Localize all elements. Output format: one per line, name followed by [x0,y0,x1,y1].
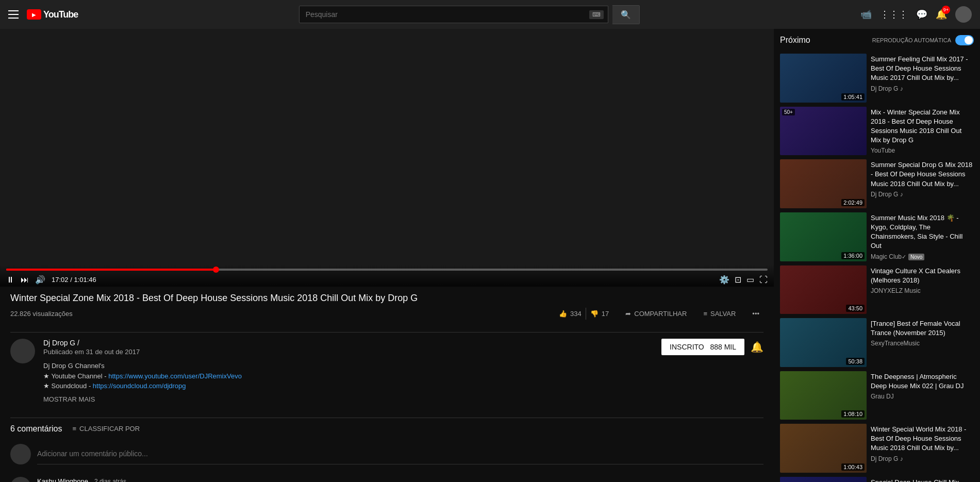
sidebar-thumb: 50:38 [780,318,867,367]
subscribe-button[interactable]: INSCRITO 888 MIL [661,339,744,355]
sidebar-item[interactable]: 1:36:00 Summer Music Mix 2018 🌴 - Kygo, … [780,212,974,261]
hamburger-menu[interactable] [8,10,19,19]
share-button[interactable]: ➦ COMPARTILHAR [621,308,691,320]
controls-row: ⏸ ⏭ 🔊 17:02 / 1:01:46 ⚙️ ⊡ ▭ ⛶ [6,275,768,285]
video-player[interactable]: ⏸ ⏭ 🔊 17:02 / 1:01:46 ⚙️ ⊡ ▭ ⛶ [0,29,774,287]
sidebar-items-container: 1:05:41 Summer Feeling Chill Mix 2017 - … [780,54,974,482]
search-keyboard-shortcut: ⌨ [589,10,604,19]
youtube-logo-icon [27,9,41,20]
sidebar-channel: YouTube [871,147,974,154]
like-dislike-group: 👍 334 👎 17 [555,308,613,320]
verified-icon: ✓ [902,254,906,260]
more-button[interactable]: ••• [748,308,763,320]
divider2 [10,418,763,418]
next-button[interactable]: ⏭ [21,275,29,285]
sidebar-title: The Deepness | Atmospheric Deep House Mi… [871,372,974,391]
sidebar-item[interactable]: 2:02:49 Summer Special Drop G Mix 2018 -… [780,159,974,208]
progress-bar[interactable] [6,269,768,271]
channel-soundcloud-label: ★ Soundcloud - [43,382,91,390]
sidebar-title: Mix - Winter Special Zone Mix 2018 - Bes… [871,108,974,145]
messages-icon[interactable]: 💬 [916,9,927,20]
sidebar-info: The Deepness | Atmospheric Deep House Mi… [871,371,974,420]
sort-button[interactable]: ≡ CLASSIFICAR POR [73,425,140,433]
volume-button[interactable]: 🔊 [35,275,45,285]
sidebar-item[interactable]: 1:05:41 Summer Feeling Chill Mix 2017 - … [780,54,974,103]
upload-icon[interactable]: 📹 [860,9,872,20]
header: YouTube ⌨ 🔍 📹 ⋮⋮⋮ 💬 🔔 9+ [0,0,980,29]
comment-input[interactable] [37,444,763,464]
youtube-logo[interactable]: YouTube [27,9,78,20]
subscribe-area: INSCRITO 888 MIL 🔔 [661,339,763,355]
sidebar-info: Special Deep House Chill Mix 2018 - Best… [871,477,974,483]
header-right: 📹 ⋮⋮⋮ 💬 🔔 9+ [860,6,972,23]
thumb-duration: 50:38 [846,358,865,365]
save-button[interactable]: ≡ SALVAR [699,308,740,320]
sidebar-title: Vintage Culture X Cat Dealers (Melhores … [871,267,974,285]
sidebar-channel: JONYXELZ Music [871,287,974,294]
sidebar-item[interactable]: 43:50 Vintage Culture X Cat Dealers (Mel… [780,265,974,314]
video-title: Winter Special Zone Mix 2018 - Best Of D… [10,293,763,304]
current-time: 17:02 [52,276,69,284]
apps-icon[interactable]: ⋮⋮⋮ [880,9,908,20]
sidebar-title: Summer Music Mix 2018 🌴 - Kygo, Coldplay… [871,213,974,251]
dislike-button[interactable]: 👎 17 [586,308,613,320]
bell-button[interactable]: 🔔 [751,341,763,353]
channel-soundcloud-row: ★ Soundcloud - https://soundcloud.com/dj… [43,381,653,391]
channel-desc-title: Dj Drop G Channel's [43,361,653,371]
sidebar-channel: SexyTranceMusic [871,340,974,347]
sidebar-thumb: 50+ [780,107,867,156]
notifications-icon[interactable]: 🔔 9+ [936,9,947,20]
channel-youtube-link[interactable]: https://www.youtube.com/user/DJRemixVevo [108,372,242,380]
pause-button[interactable]: ⏸ [6,275,14,285]
miniplayer-button[interactable]: ⊡ [735,275,741,285]
sidebar-thumb: 1:36:08 [780,477,867,483]
sidebar-thumb: 2:02:49 [780,159,867,208]
thumb-duration: 1:00:43 [841,463,865,471]
notifications-badge: 9+ [942,6,950,14]
user-avatar[interactable] [955,6,972,23]
sidebar-info: Mix - Winter Special Zone Mix 2018 - Bes… [871,107,974,156]
channel-details: Dj Drop G / Publicado em 31 de out de 20… [43,339,653,403]
video-actions: 👍 334 👎 17 ➦ COMPARTILHAR ≡ SALVAR ••• [555,308,763,320]
sidebar-title: Special Deep House Chill Mix 2018 - Best… [871,478,974,483]
sidebar-title: Summer Special Drop G Mix 2018 - Best Of… [871,160,974,189]
comment-input-row [10,444,763,464]
search-button[interactable]: 🔍 [612,5,640,24]
sidebar-channel: Dj Drop G ♪ [871,85,974,92]
sidebar-channel: Magic Club✓Novo [871,253,974,260]
sidebar-title: Summer Feeling Chill Mix 2017 - Best Of … [871,55,974,83]
comments-count: 6 comentários [10,424,62,434]
show-more-button[interactable]: MOSTRAR MAIS [43,395,653,403]
thumb-duration: 2:02:49 [841,199,865,206]
autoplay-label: REPRODUÇÃO AUTOMÁTICA [872,37,951,43]
sidebar-item[interactable]: 1:36:08 Special Deep House Chill Mix 201… [780,477,974,483]
time-display: 17:02 / 1:01:46 [52,276,96,284]
sidebar-item[interactable]: 50+ Mix - Winter Special Zone Mix 2018 -… [780,107,974,156]
sidebar-item[interactable]: 1:08:10 The Deepness | Atmospheric Deep … [780,371,974,420]
channel-name[interactable]: Dj Drop G / [43,339,653,347]
sidebar-item[interactable]: 50:38 [Trance] Best of Female Vocal Tran… [780,318,974,367]
theater-button[interactable]: ▭ [746,275,754,285]
sidebar-next-label: Próximo [780,36,810,45]
channel-youtube-label: ★ Youtube Channel - [43,372,107,380]
comments-header: 6 comentários ≡ CLASSIFICAR POR [10,424,763,434]
youtube-logo-text: YouTube [43,9,78,20]
sidebar-info: Vintage Culture X Cat Dealers (Melhores … [871,265,974,314]
sidebar-item[interactable]: 1:00:43 Winter Special World Mix 2018 - … [780,424,974,473]
comment-time: 2 dias atrás [94,478,126,483]
autoplay-row: REPRODUÇÃO AUTOMÁTICA [872,35,974,45]
comment-content: Kashu Wingbone 2 dias atrás 13.20 👍 👎 RE… [37,477,763,483]
search-input[interactable] [300,6,589,23]
like-button[interactable]: 👍 334 [555,308,586,320]
channel-section: Dj Drop G / Publicado em 31 de out de 20… [0,339,774,411]
channel-soundcloud-link[interactable]: https://soundcloud.com/djdropg [93,382,186,390]
settings-button[interactable]: ⚙️ [719,275,729,285]
comment-author[interactable]: Kashu Wingbone [37,477,88,483]
thumb-duration: 1:08:10 [841,410,865,418]
fullscreen-button[interactable]: ⛶ [759,275,768,285]
player-controls: ⏸ ⏭ 🔊 17:02 / 1:01:46 ⚙️ ⊡ ▭ ⛶ [0,264,774,287]
autoplay-toggle[interactable] [955,35,974,45]
comment-avatar [10,477,31,483]
header-left: YouTube [8,9,78,20]
channel-youtube-row: ★ Youtube Channel - https://www.youtube.… [43,371,653,381]
